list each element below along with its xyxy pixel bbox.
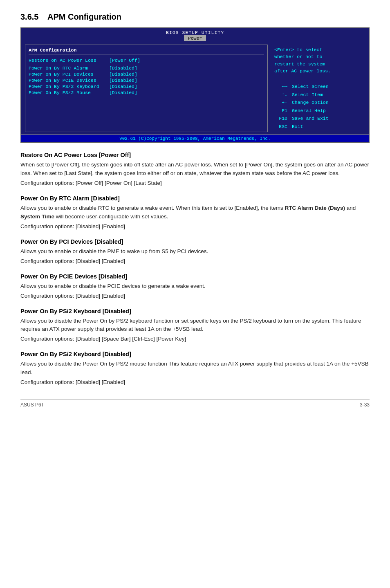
bios-key-f10: F10 Save and Exit xyxy=(274,114,362,123)
bios-header: BIOS SETUP UTILITY Power xyxy=(21,28,369,42)
bios-key-sym-plusminus: +- xyxy=(274,99,287,107)
footer-page-number: 3-33 xyxy=(360,402,370,408)
section-restore-ac-p2: Configuration options: [Power Off] [Powe… xyxy=(20,179,370,188)
bold-system-time: System Time xyxy=(20,213,54,220)
bios-panel-title: APM Configuration xyxy=(29,47,264,54)
bios-key-legend: ←→ Select Screen ↑↓ Select Item +- Chang… xyxy=(274,83,362,130)
section-ps2-mouse-p1: Allows you to disable the Power On by PS… xyxy=(20,360,370,377)
bios-value-ps2mouse: [Disabled] xyxy=(106,90,137,95)
section-ps2-keyboard-p1: Allows you to disable the Power On by PS… xyxy=(20,317,370,334)
bios-label-ps2kb: Power On By PS/2 Keyboard xyxy=(29,84,106,89)
bios-left-panel: APM Configuration Restore on AC Power Lo… xyxy=(25,45,268,132)
bios-label-ps2mouse: Power On By PS/2 Mouse xyxy=(29,90,106,95)
page-footer: ASUS P6T 3-33 xyxy=(20,399,370,408)
section-ps2-mouse-p2: Configuration options: [Disabled] [Enabl… xyxy=(20,378,370,387)
section-pci-devices-p1: Allows you to enable or disable the PME … xyxy=(20,247,370,256)
bios-key-desc-change: Change Option xyxy=(289,99,329,107)
section-pcie-devices-title: Power On By PCIE Devices [Disabled] xyxy=(20,273,370,280)
bios-footer: v02.61 (C)Copyright 1985-2008, American … xyxy=(21,135,369,142)
bios-active-tab[interactable]: Power xyxy=(184,35,206,41)
section-pci-devices-title: Power On By PCI Devices [Disabled] xyxy=(20,238,370,245)
footer-product: ASUS P6T xyxy=(20,402,44,408)
bios-key-desc-screen: Select Screen xyxy=(289,83,329,91)
section-ps2-keyboard-p2: Configuration options: [Disabled] [Space… xyxy=(20,335,370,343)
bios-value-ps2kb: [Disabled] xyxy=(106,84,137,89)
bios-key-item: ↑↓ Select Item xyxy=(274,91,362,99)
bios-key-desc-f1: General Help xyxy=(289,107,326,115)
section-pci-devices: Power On By PCI Devices [Disabled] Allow… xyxy=(20,238,370,266)
section-rtc-alarm: Power On By RTC Alarm [Disabled] Allows … xyxy=(20,195,370,231)
bios-key-f1: F1 General Help xyxy=(274,107,362,115)
bios-key-desc-esc: Exit xyxy=(289,123,303,131)
bios-key-sym-arrows: ←→ xyxy=(274,83,287,91)
section-rtc-alarm-title: Power On By RTC Alarm [Disabled] xyxy=(20,195,370,202)
bios-row-pcie[interactable]: Power On By PCIE Devices [Disabled] xyxy=(29,78,264,83)
bios-value-pci: [Disabled] xyxy=(106,72,137,77)
bios-header-title: BIOS SETUP UTILITY xyxy=(21,30,369,35)
section-pci-devices-p2: Configuration options: [Disabled] [Enabl… xyxy=(20,257,370,266)
bios-label-pcie: Power On By PCIE Devices xyxy=(29,78,106,83)
bios-row-restore[interactable]: Restore on AC Power Loss [Power Off] xyxy=(29,58,264,63)
bios-key-desc-f10: Save and Exit xyxy=(289,114,329,123)
bios-row-ps2mouse[interactable]: Power On By PS/2 Mouse [Disabled] xyxy=(29,90,264,95)
section-restore-ac: Restore On AC Power Loss [Power Off] Whe… xyxy=(20,152,370,188)
bios-body: APM Configuration Restore on AC Power Lo… xyxy=(21,42,369,135)
section-restore-ac-p1: When set to [Power Off], the system goes… xyxy=(20,161,370,178)
bios-key-sym-updown: ↑↓ xyxy=(274,91,287,99)
bios-value-rtc: [Disabled] xyxy=(106,65,137,71)
bios-value-restore: [Power Off] xyxy=(106,58,140,63)
section-title-text: APM Configuration xyxy=(47,12,121,21)
section-number: 3.6.5 xyxy=(20,12,38,21)
section-rtc-alarm-p2: Configuration options: [Disabled] [Enabl… xyxy=(20,222,370,231)
bios-right-panel: <Enter> to selectwhether or not torestar… xyxy=(271,45,365,132)
bios-value-pcie: [Disabled] xyxy=(106,78,137,83)
bios-key-sym-esc: ESC xyxy=(274,123,287,131)
bios-key-sym-f10: F10 xyxy=(274,114,287,123)
bios-label-rtc: Power On By RTC Alarm xyxy=(29,65,106,71)
section-restore-ac-title: Restore On AC Power Loss [Power Off] xyxy=(20,152,370,158)
section-ps2-keyboard-title: Power On By PS/2 Keyboard [Disabled] xyxy=(20,308,370,314)
bios-key-esc: ESC Exit xyxy=(274,123,362,131)
section-pcie-devices-p1: Allows you to enable or disable the PCIE… xyxy=(20,282,370,291)
bios-row-rtc[interactable]: Power On By RTC Alarm [Disabled] xyxy=(29,65,264,71)
section-rtc-alarm-p1: Allows you to enable or disable RTC to g… xyxy=(20,204,370,221)
section-pcie-devices-p2: Configuration options: [Disabled] [Enabl… xyxy=(20,292,370,301)
bios-key-change: +- Change Option xyxy=(274,99,362,107)
bios-row-pci[interactable]: Power On By PCI Devices [Disabled] xyxy=(29,72,264,77)
bios-key-sym-f1: F1 xyxy=(274,107,287,115)
bold-rtc-date: RTC Alarm Date (Days) xyxy=(285,205,345,211)
section-ps2-keyboard: Power On By PS/2 Keyboard [Disabled] All… xyxy=(20,308,370,344)
bios-screen: BIOS SETUP UTILITY Power APM Configurati… xyxy=(20,27,370,143)
section-pcie-devices: Power On By PCIE Devices [Disabled] Allo… xyxy=(20,273,370,301)
bios-help-text: <Enter> to selectwhether or not torestar… xyxy=(274,46,362,74)
section-ps2-mouse: Power On By PS/2 Keyboard [Disabled] All… xyxy=(20,351,370,387)
bios-label-restore: Restore on AC Power Loss xyxy=(29,58,106,63)
bios-key-desc-item: Select Item xyxy=(289,91,323,99)
bios-row-ps2kb[interactable]: Power On By PS/2 Keyboard [Disabled] xyxy=(29,84,264,89)
bios-key-screen: ←→ Select Screen xyxy=(274,83,362,91)
section-ps2-mouse-title: Power On By PS/2 Keyboard [Disabled] xyxy=(20,351,370,357)
section-heading: 3.6.5 APM Configuration xyxy=(20,12,370,22)
bios-label-pci: Power On By PCI Devices xyxy=(29,72,106,77)
